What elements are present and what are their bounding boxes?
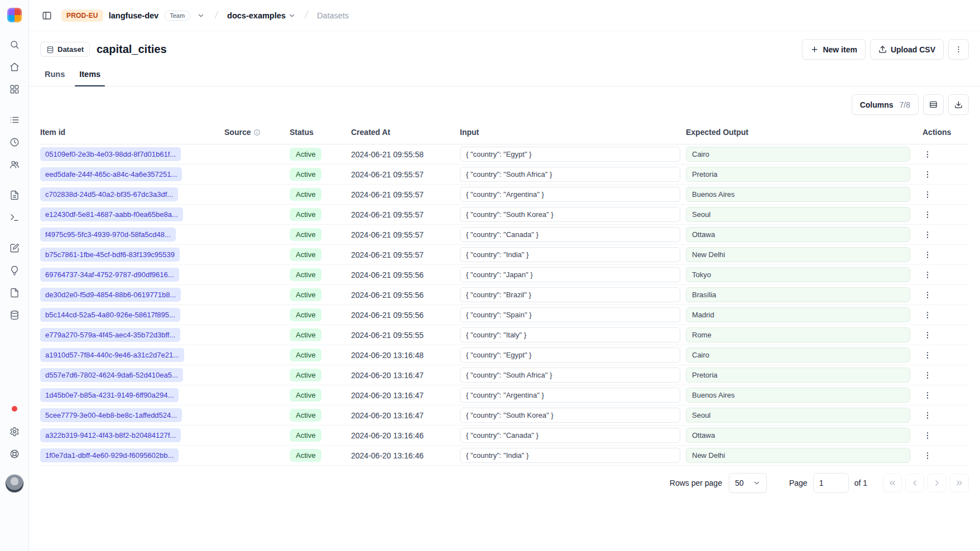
expected-output-cell[interactable]: Buenos Aires (686, 187, 910, 202)
expected-output-cell[interactable]: Seoul (686, 207, 910, 222)
row-actions-button[interactable] (920, 268, 935, 282)
upload-csv-button[interactable]: Upload CSV (870, 39, 944, 60)
breadcrumb-current-section[interactable]: Datasets (317, 11, 349, 20)
item-id-link[interactable]: 69764737-34af-4752-9787-d90df9616... (40, 268, 179, 282)
input-cell[interactable]: { "country": "Canada" } (460, 428, 680, 443)
row-actions-button[interactable] (920, 308, 935, 322)
page-number-input[interactable] (813, 473, 849, 493)
sidebar-tracing-button[interactable] (6, 111, 23, 129)
item-id-link[interactable]: b5c144cd-52a5-4a80-926e-58617f895... (40, 308, 180, 322)
input-cell[interactable]: { "country": "Argentina" } (460, 388, 680, 403)
sidebar-dashboards-button[interactable] (6, 80, 23, 98)
row-actions-button[interactable] (920, 348, 935, 362)
row-actions-button[interactable] (920, 428, 935, 443)
expected-output-cell[interactable]: Ottawa (686, 227, 910, 242)
item-id-link[interactable]: 5cee7779-3e00-4eb8-be8c-1affedd524... (40, 408, 182, 422)
item-id-link[interactable]: b75c7861-1fbe-45cf-bdf6-83f139c95539 (40, 248, 180, 262)
org-switcher-button[interactable] (196, 11, 206, 21)
input-cell[interactable]: { "country": "Brazil" } (460, 287, 680, 302)
tab-items[interactable]: Items (75, 64, 105, 86)
expected-output-cell[interactable]: Seoul (686, 408, 910, 423)
row-actions-button[interactable] (920, 288, 935, 302)
new-item-button[interactable]: New item (802, 39, 865, 60)
input-cell[interactable]: { "country": "Canada" } (460, 227, 680, 242)
input-cell[interactable]: { "country": "South Africa" } (460, 368, 680, 383)
expected-output-cell[interactable]: New Delhi (686, 448, 910, 463)
sidebar-scores-button[interactable] (6, 284, 23, 302)
row-actions-button[interactable] (920, 368, 935, 383)
row-actions-button[interactable] (920, 187, 935, 202)
item-id-link[interactable]: d557e7d6-7802-4624-9da6-52d410ea5... (40, 368, 183, 382)
sidebar-sessions-button[interactable] (6, 133, 23, 151)
item-id-link[interactable]: eed5dafe-244f-465c-a84c-4a6e357251... (40, 167, 182, 181)
item-id-link[interactable]: f4975c95-5fc3-4939-970d-58fa5cd48... (40, 228, 176, 241)
sidebar-settings-button[interactable] (6, 423, 23, 441)
columns-button[interactable]: Columns 7/8 (852, 94, 919, 115)
item-id-link[interactable]: c702838d-24d5-40a2-bf35-67dc3a3df... (40, 187, 178, 201)
input-cell[interactable]: { "country": "Argentina" } (460, 187, 680, 202)
column-header-expected-output[interactable]: Expected Output (686, 120, 916, 144)
expected-output-cell[interactable]: Brasília (686, 287, 910, 302)
item-id-link[interactable]: e779a270-579a-4f45-aec4-35b72d3bff... (40, 328, 180, 342)
input-cell[interactable]: { "country": "Spain" } (460, 307, 680, 322)
tab-runs[interactable]: Runs (40, 64, 69, 86)
expected-output-cell[interactable]: Ottawa (686, 428, 910, 443)
input-cell[interactable]: { "country": "Egypt" } (460, 347, 680, 362)
item-id-link[interactable]: 1f0e7da1-dbff-4e60-929d-f6095602bb... (40, 448, 179, 462)
input-cell[interactable]: { "country": "Italy" } (460, 327, 680, 342)
expected-output-cell[interactable]: Tokyo (686, 267, 910, 282)
column-header-input[interactable]: Input (460, 120, 686, 144)
row-actions-button[interactable] (920, 228, 935, 242)
sidebar-home-button[interactable] (6, 58, 23, 76)
input-cell[interactable]: { "country": "India" } (460, 247, 680, 262)
expected-output-cell[interactable]: New Delhi (686, 247, 910, 262)
row-actions-button[interactable] (920, 448, 935, 463)
row-actions-button[interactable] (920, 147, 935, 162)
column-header-item-id[interactable]: Item id (40, 120, 224, 144)
organization-name[interactable]: langfuse-dev (109, 11, 158, 20)
row-actions-button[interactable] (920, 207, 935, 222)
column-header-status[interactable]: Status (290, 120, 351, 144)
first-page-button[interactable] (883, 473, 902, 492)
expected-output-cell[interactable]: Pretoria (686, 368, 910, 383)
item-id-link[interactable]: a1910d57-7f84-440c-9e46-a31c2d7e21... (40, 348, 184, 362)
expected-output-cell[interactable]: Buenos Aires (686, 388, 910, 403)
input-cell[interactable]: { "country": "India" } (460, 448, 680, 463)
input-cell[interactable]: { "country": "South Africa" } (460, 167, 680, 182)
row-height-button[interactable] (923, 94, 944, 115)
sidebar-datasets-button[interactable] (6, 306, 23, 324)
expected-output-cell[interactable]: Rome (686, 327, 910, 342)
input-cell[interactable]: { "country": "South Korea" } (460, 408, 680, 423)
input-cell[interactable]: { "country": "Egypt" } (460, 147, 680, 162)
row-actions-button[interactable] (920, 388, 935, 403)
item-id-link[interactable]: 1d45b0e7-b85a-4231-9149-6ff90a294... (40, 388, 179, 402)
project-name[interactable]: docs-examples (227, 11, 296, 20)
column-header-created-at[interactable]: Created At (351, 120, 460, 144)
sidebar-support-button[interactable] (6, 445, 23, 463)
next-page-button[interactable] (928, 473, 947, 492)
rows-per-page-select[interactable]: 50 (729, 473, 767, 493)
column-header-source[interactable]: Source (224, 120, 290, 144)
last-page-button[interactable] (950, 473, 969, 492)
sidebar-evaluation-button[interactable] (6, 262, 23, 279)
user-avatar[interactable] (5, 474, 24, 493)
item-id-link[interactable]: 05109ef0-2e3b-4e03-98dd-8f7d01b61f... (40, 147, 181, 161)
export-button[interactable] (948, 94, 969, 115)
sidebar-toggle-button[interactable] (38, 7, 56, 25)
previous-page-button[interactable] (905, 473, 924, 492)
expected-output-cell[interactable]: Cairo (686, 147, 910, 162)
input-cell[interactable]: { "country": "Japan" } (460, 267, 680, 282)
row-actions-button[interactable] (920, 248, 935, 262)
expected-output-cell[interactable]: Madrid (686, 307, 910, 322)
sidebar-playground-button[interactable] (6, 209, 23, 226)
row-actions-button[interactable] (920, 328, 935, 342)
row-actions-button[interactable] (920, 167, 935, 182)
sidebar-annotation-button[interactable] (6, 239, 23, 257)
dataset-more-actions-button[interactable] (948, 39, 969, 60)
sidebar-users-button[interactable] (6, 156, 23, 173)
item-id-link[interactable]: a322b319-9412-4f43-b8f2-b20484127f... (40, 428, 181, 442)
item-id-link[interactable]: de30d2e0-f5d9-4854-88b6-0619771b8... (40, 288, 181, 302)
input-cell[interactable]: { "country": "South Korea" } (460, 207, 680, 222)
expected-output-cell[interactable]: Pretoria (686, 167, 910, 182)
row-actions-button[interactable] (920, 408, 935, 423)
